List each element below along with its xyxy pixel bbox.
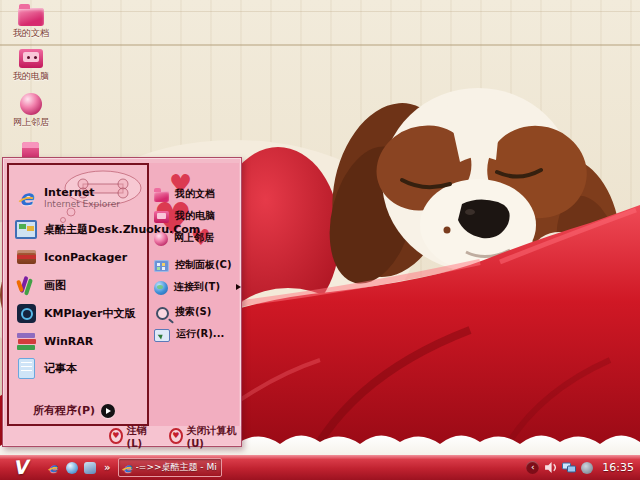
menu-item-label: 记事本: [44, 361, 77, 376]
system-tray: 16:35: [526, 461, 640, 474]
desktop-icon-label: 网上邻居: [3, 118, 59, 128]
log-off-label: 注销(L): [127, 424, 155, 449]
my-documents-icon: [154, 191, 169, 202]
taskbar: » -=>>桌酷主题 - Mic... 16:35: [0, 455, 640, 480]
desktop-icon-network-places[interactable]: 网上邻居: [3, 91, 59, 128]
menu-item-sublabel: Internet Explorer: [44, 199, 120, 209]
desktop-icon-my-documents[interactable]: 我的文档: [3, 2, 59, 39]
connect-to-icon: [154, 281, 168, 295]
tray-clock[interactable]: 16:35: [602, 461, 634, 474]
quick-launch-show-desktop[interactable]: [66, 462, 78, 474]
quick-launch-internet-explorer[interactable]: [46, 461, 60, 475]
turn-off-computer-button[interactable]: 关闭计算机(U): [169, 424, 241, 449]
my-documents-icon: [16, 2, 46, 28]
menu-item-search[interactable]: 搜索(S): [154, 303, 238, 321]
network-places-icon: [16, 91, 46, 117]
quick-launch-app[interactable]: [84, 462, 96, 474]
menu-item-label: Internet: [44, 187, 120, 200]
notepad-icon: [15, 357, 37, 379]
network-places-icon: [154, 232, 168, 246]
paint-brushes-icon: [15, 274, 37, 296]
tray-app-icon[interactable]: [581, 462, 593, 474]
task-button-zhuoku-window[interactable]: -=>>桌酷主题 - Mic...: [118, 458, 222, 477]
task-button-label: -=>>桌酷主题 - Mic...: [136, 461, 218, 474]
run-icon: [154, 329, 170, 342]
desktop-icon-label: 我的电脑: [3, 72, 59, 82]
all-programs-label: 所有程序(P): [33, 403, 95, 418]
menu-item-label: 连接到(T): [174, 280, 220, 294]
menu-item-notepad[interactable]: 记事本: [15, 356, 143, 380]
start-menu: Internet Internet Explorer 桌酷主题Desk.Zhuo…: [2, 157, 242, 447]
start-logo-icon: [12, 458, 28, 478]
menu-item-label: 网上邻居: [174, 231, 214, 245]
menu-item-label: KMPlayer中文版: [44, 306, 135, 321]
menu-item-label: 运行(R)...: [176, 327, 224, 341]
menu-item-label: WinRAR: [44, 335, 93, 348]
desktop-icon-my-computer[interactable]: 我的电脑: [3, 45, 59, 82]
search-icon: [156, 307, 169, 320]
quick-launch-overflow-chevron[interactable]: »: [104, 462, 110, 473]
all-programs-arrow-icon: [101, 404, 115, 418]
quick-launch-bar: »: [46, 461, 110, 475]
menu-item-label: 我的文档: [175, 187, 215, 201]
desktop-icon-label: 我的文档: [3, 29, 59, 39]
my-computer-icon: [16, 45, 46, 71]
menu-item-winrar[interactable]: WinRAR: [15, 329, 143, 353]
menu-item-connect-to[interactable]: 连接到(T): [154, 278, 238, 296]
turn-off-label: 关闭计算机(U): [187, 424, 241, 449]
start-button[interactable]: [0, 455, 40, 480]
turn-off-heart-icon: [169, 428, 183, 444]
menu-item-label: 画图: [44, 278, 66, 293]
menu-item-zhuoku-theme[interactable]: 桌酷主题Desk.Zhuoku.Com: [15, 217, 143, 241]
all-programs-button[interactable]: 所有程序(P): [33, 403, 115, 418]
zhuoku-monitor-icon: [15, 218, 37, 240]
menu-item-network-places[interactable]: 网上邻居: [154, 229, 238, 247]
menu-item-internet[interactable]: Internet Internet Explorer: [15, 183, 143, 213]
menu-item-label: 我的电脑: [175, 209, 215, 223]
my-computer-icon: [154, 211, 169, 223]
internet-explorer-icon: [15, 187, 37, 209]
menu-item-control-panel[interactable]: 控制面板(C): [154, 256, 238, 274]
menu-item-label: 控制面板(C): [175, 258, 231, 272]
submenu-arrow-icon: [236, 284, 241, 290]
network-icon[interactable]: [562, 462, 576, 474]
menu-item-label: IconPackager: [44, 251, 127, 264]
menu-item-my-computer[interactable]: 我的电脑: [154, 207, 238, 225]
menu-item-run[interactable]: 运行(R)...: [154, 325, 238, 343]
log-off-heart-icon: [109, 428, 123, 444]
kmplayer-icon: [15, 302, 37, 324]
menu-item-my-documents[interactable]: 我的文档: [154, 185, 238, 203]
menu-item-paint[interactable]: 画图: [15, 273, 143, 297]
log-off-button[interactable]: 注销(L): [109, 424, 155, 449]
start-menu-places-list: 我的文档 我的电脑 网上邻居 控制面板(C) 连接到(T) 搜索(S) 运行(R…: [149, 163, 239, 426]
menu-item-iconpackager[interactable]: IconPackager: [15, 245, 143, 269]
control-panel-icon: [154, 260, 169, 272]
menu-item-kmplayer[interactable]: KMPlayer中文版: [15, 301, 143, 325]
internet-explorer-icon: [123, 462, 131, 474]
menu-item-label: 搜索(S): [175, 305, 211, 319]
iconpackager-box-icon: [15, 246, 37, 268]
hide-tray-icons-button[interactable]: [526, 461, 539, 474]
winrar-books-icon: [15, 330, 37, 352]
volume-icon[interactable]: [544, 461, 557, 474]
start-menu-pinned-list: Internet Internet Explorer 桌酷主题Desk.Zhuo…: [7, 163, 149, 426]
start-menu-footer: 注销(L) 关闭计算机(U): [3, 426, 241, 446]
